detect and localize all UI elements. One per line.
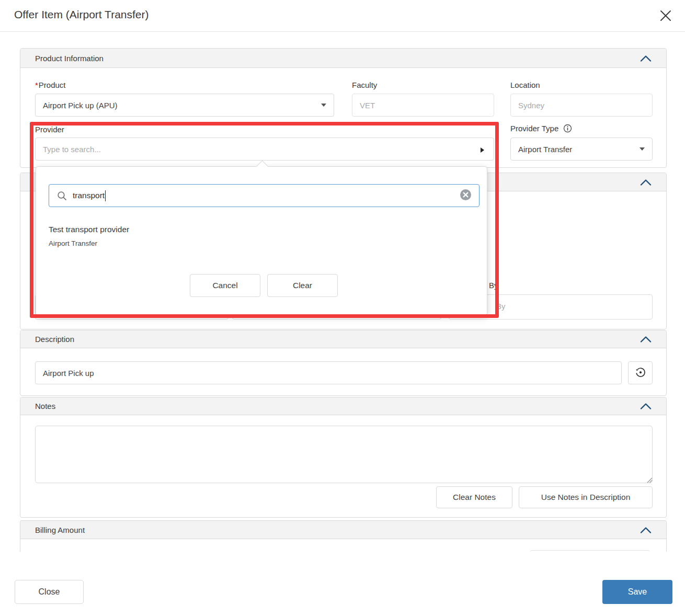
faculty-field[interactable]: [352, 94, 494, 117]
clipped-field: [530, 550, 650, 552]
provider-label: Provider: [35, 125, 64, 134]
clear-circle-icon: [460, 189, 472, 202]
info-icon[interactable]: [563, 124, 572, 133]
save-button[interactable]: Save: [602, 580, 672, 604]
provider-search-input[interactable]: transport: [49, 184, 480, 207]
close-button[interactable]: Close: [15, 580, 84, 604]
location-field[interactable]: [510, 94, 653, 117]
search-result-name[interactable]: Test transport provider: [49, 225, 129, 234]
collapse-chevron-up-icon[interactable]: [640, 336, 652, 343]
required-marker: *: [35, 81, 38, 89]
close-icon: [659, 9, 672, 24]
use-notes-in-description-button[interactable]: Use Notes in Description: [519, 486, 653, 508]
notes-header: Notes: [20, 397, 666, 415]
description-header: Description: [20, 330, 666, 348]
text-cursor: [105, 190, 106, 201]
caret-down-icon: [321, 104, 326, 107]
collapse-chevron-up-icon[interactable]: [640, 179, 652, 186]
dialog-title: Offer Item (Airport Transfer): [14, 8, 149, 21]
provider-field[interactable]: [35, 138, 494, 161]
product-select[interactable]: Airport Pick up (APU): [35, 94, 334, 117]
notes-section: Notes Clear Notes Use Notes in Descripti…: [20, 397, 667, 518]
product-information-section: Product Information *Product Airport Pic…: [20, 48, 667, 168]
provider-type-select[interactable]: Airport Transfer: [510, 138, 653, 161]
section-title: Billing Amount: [35, 526, 85, 534]
clear-search-button[interactable]: [460, 189, 472, 202]
offer-item-dialog: Offer Item (Airport Transfer) Product In…: [0, 0, 685, 616]
section-title: Description: [35, 335, 74, 344]
dialog-close-button[interactable]: [656, 6, 676, 26]
expand-arrow-icon[interactable]: [481, 147, 484, 153]
history-restore-icon: [634, 366, 647, 380]
search-icon: [56, 190, 67, 201]
section-title: Notes: [35, 402, 55, 410]
cancel-button[interactable]: Cancel: [190, 274, 260, 297]
resize-handle-icon[interactable]: [646, 476, 653, 485]
clear-button[interactable]: Clear: [267, 274, 338, 297]
obscured-field-placeholder-fragment: By: [496, 302, 506, 311]
search-result-type: Airport Transfer: [49, 239, 97, 247]
search-input-value: transport: [73, 191, 105, 200]
product-information-header: Product Information: [20, 49, 666, 68]
description-section: Description: [20, 330, 667, 396]
provider-type-value: Airport Transfer: [518, 145, 572, 154]
product-label: *Product: [35, 81, 66, 89]
obscured-field-label-fragment: By: [489, 281, 498, 290]
section-title: Product Information: [35, 54, 104, 63]
collapse-chevron-up-icon[interactable]: [640, 403, 652, 409]
billing-amount-section: Billing Amount: [20, 520, 667, 552]
caret-down-icon: [640, 147, 645, 151]
location-label: Location: [510, 81, 540, 89]
description-field[interactable]: [35, 361, 622, 384]
notes-textarea[interactable]: [35, 426, 653, 483]
faculty-label: Faculty: [352, 81, 377, 89]
provider-type-label: Provider Type: [510, 124, 572, 133]
dialog-header: Offer Item (Airport Transfer): [0, 0, 685, 32]
billing-amount-header: Billing Amount: [20, 521, 666, 539]
clear-notes-button[interactable]: Clear Notes: [436, 486, 512, 508]
restore-description-button[interactable]: [628, 361, 653, 384]
collapse-chevron-up-icon[interactable]: [640, 55, 652, 62]
collapse-chevron-up-icon[interactable]: [640, 527, 652, 533]
product-select-value: Airport Pick up (APU): [43, 101, 118, 110]
provider-search-popup: transport Test transport provider Airpor…: [36, 166, 487, 315]
